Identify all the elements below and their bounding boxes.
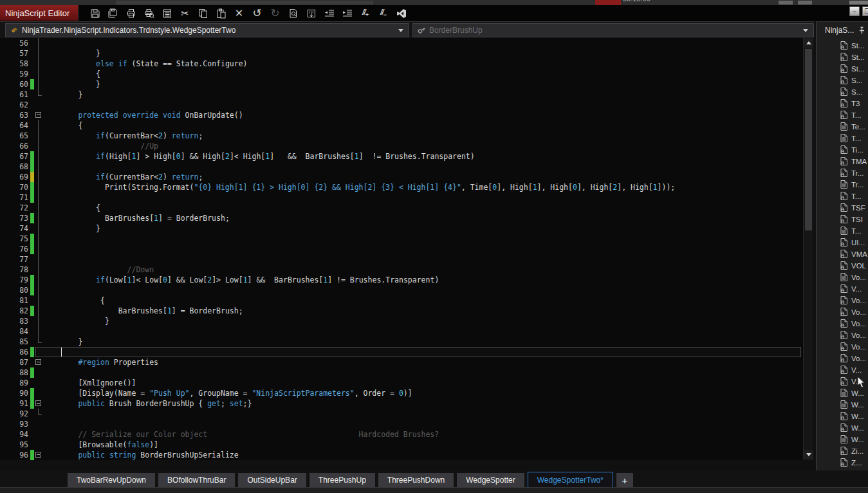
code-line-85[interactable]: 85 } [0,337,803,347]
code-line-73[interactable]: 73 BarBrushes[1] = BorderBrush; [0,213,803,223]
collapse-region-icon[interactable] [35,400,41,406]
code-line-69[interactable]: 69 if(CurrentBar<2) return; [0,172,803,182]
script-list-item[interactable]: Z... [817,457,868,469]
code-line-96[interactable]: 96 public string BorderBrushUpSerialize [0,450,803,460]
code-line-93[interactable]: 93 [0,419,803,429]
script-list-item[interactable]: W... [817,434,868,445]
document-tab-threepushdown[interactable]: ThreePushDown [378,473,454,487]
print-preview-icon[interactable] [142,6,156,20]
script-list-item[interactable]: S... [817,86,868,98]
script-list-item[interactable]: V... [817,283,868,295]
script-list-item[interactable]: TMA [817,156,868,167]
code-line-88[interactable]: 88 [0,367,803,378]
paste-icon[interactable] [214,6,228,20]
code-line-79[interactable]: 79 if(Low[1]< Low[0] && Low[2]> Low[1] &… [0,275,803,285]
minimize-button[interactable]: – [849,6,860,16]
code-line-83[interactable]: 83 } [0,316,803,326]
script-list-item[interactable]: Tr... [817,179,868,191]
code-line-71[interactable]: 71 [0,192,803,203]
code-line-81[interactable]: 81 { [0,295,803,306]
code-line-86[interactable]: 86 [0,347,803,357]
member-search-combo[interactable] [412,23,814,37]
redo-icon[interactable]: ↻ [268,6,282,20]
document-tab-wedgespottertwo[interactable]: WedgeSpotterTwo* [528,472,613,488]
template-icon[interactable] [160,6,174,20]
chevron-down-icon[interactable] [398,29,403,32]
code-editor[interactable]: 5657 }58 else if (State == State.Configu… [0,38,803,460]
script-list-item[interactable]: Vo... [817,353,868,364]
code-line-76[interactable]: 76 [0,244,803,254]
code-line-84[interactable]: 84 [0,326,803,337]
code-line-68[interactable]: 68 [0,162,803,172]
script-list-item[interactable]: Vo... [817,306,868,318]
code-line-94[interactable]: 94 // Serialize our Color object Hardcod… [0,429,803,440]
code-line-78[interactable]: 78 //Down [0,265,803,275]
copy-icon[interactable] [196,6,210,20]
script-list-item[interactable]: VMA [817,248,868,260]
undo-icon[interactable]: ↺ [250,6,264,20]
script-list-item[interactable]: Vo... [817,330,868,341]
print-icon[interactable] [124,6,138,20]
script-list-item[interactable]: T3 [817,98,868,109]
uncomment-icon[interactable]: //− [376,6,390,20]
document-tab-twobarrevupdown[interactable]: TwoBarRevUpDown [68,473,155,487]
script-list-item[interactable]: T... [817,191,868,202]
scrollbar-thumb[interactable] [805,49,812,230]
code-line-57[interactable]: 57 } [0,48,803,59]
script-list-item[interactable]: W... [817,399,868,411]
code-line-67[interactable]: 67 if(High[1] > High[0] && High[2]< High… [0,151,803,162]
member-search-input[interactable] [429,26,803,35]
code-line-58[interactable]: 58 else if (State == State.Configure) [0,59,803,69]
collapse-region-icon[interactable] [35,112,41,118]
scroll-down-arrow[interactable] [804,450,813,460]
script-list-item[interactable]: W... [817,411,868,422]
collapse-region-icon[interactable] [35,359,41,365]
code-line-91[interactable]: 91 public Brush BorderBrushUp { get; set… [0,398,803,409]
comment-icon[interactable]: //+ [358,6,372,20]
script-list-item[interactable]: Ti... [817,144,868,156]
script-list-item[interactable]: T... [817,133,868,144]
class-selector-combo[interactable]: ts NinjaTrader.NinjaScript.Indicators.Tr… [5,23,409,37]
code-line-70[interactable]: 70 Print(String.Format("{0} High[1] {1} … [0,182,803,192]
outdent-icon[interactable] [322,6,336,20]
code-line-72[interactable]: 72 { [0,203,803,213]
code-line-87[interactable]: 87 #region Properties [0,357,803,367]
script-list-item[interactable]: Te... [817,121,868,133]
code-line-74[interactable]: 74 } [0,223,803,234]
code-line-62[interactable]: 62 [0,100,803,110]
document-tab-wedgespotter[interactable]: WedgeSpotter [457,473,524,487]
script-list-item[interactable]: VOL [817,260,868,272]
visual-studio-icon[interactable] [394,6,408,20]
code-line-60[interactable]: 60 } [0,79,803,89]
document-tab-threepushup[interactable]: ThreePushUp [309,473,375,487]
save-all-icon[interactable] [106,6,120,20]
document-tab-outsideupbar[interactable]: OutSideUpBar [238,473,306,487]
code-line-59[interactable]: 59 { [0,69,803,79]
script-list-item[interactable]: S... [817,75,868,86]
script-list-item[interactable]: TSI [817,214,868,225]
script-list-item[interactable]: Vo... [817,318,868,330]
pin-icon[interactable] [858,26,865,35]
script-list-item[interactable]: Vo... [817,341,868,353]
code-line-64[interactable]: 64 { [0,120,803,131]
chevron-down-icon[interactable] [803,29,808,32]
script-list-item[interactable]: V... [817,364,868,376]
find-icon[interactable] [286,6,300,20]
code-line-80[interactable]: 80 [0,285,803,295]
code-line-82[interactable]: 82 BarBrushes[1] = BorderBrush; [0,306,803,316]
delete-icon[interactable]: ✕ [232,6,246,20]
maximize-button[interactable]: ❐ [862,6,868,16]
scroll-up-arrow[interactable] [804,38,813,48]
document-tab-bofollowthrubar[interactable]: BOfollowThruBar [158,473,235,487]
script-list-item[interactable]: St... [817,63,868,75]
script-list-item[interactable]: T... [817,225,868,237]
code-line-63[interactable]: 63 protected override void OnBarUpdate() [0,110,803,120]
indent-icon[interactable] [340,6,354,20]
script-list-item[interactable]: St... [817,40,868,51]
script-list-item[interactable]: T... [817,109,868,121]
save-icon[interactable] [88,6,102,20]
code-line-90[interactable]: 90 [Display(Name = "Push Up", GroupName … [0,388,803,398]
script-list-item[interactable]: Tr... [817,167,868,179]
code-line-92[interactable]: 92 [0,409,803,419]
code-line-77[interactable]: 77 [0,254,803,265]
